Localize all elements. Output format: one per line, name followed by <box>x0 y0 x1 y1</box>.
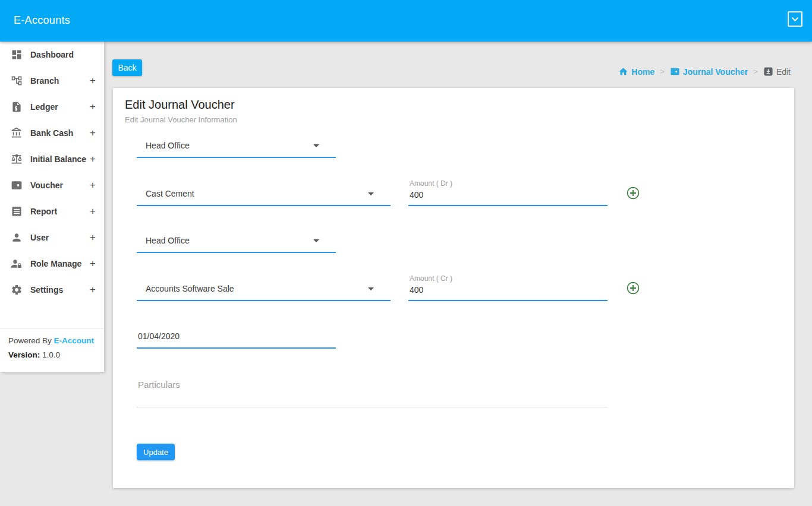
breadcrumb-journal-voucher[interactable]: Journal Voucher <box>670 67 748 77</box>
amount-dr-label: Amount ( Dr ) <box>410 179 452 188</box>
breadcrumb-separator: > <box>753 67 758 76</box>
dashboard-icon <box>11 49 23 61</box>
amount-cr-label: Amount ( Cr ) <box>410 274 452 283</box>
sidebar-item-initial-balance[interactable]: Initial Balance + <box>0 146 104 172</box>
sidebar-footer: Powered By E-Account Version: 1.0.0 <box>0 328 104 359</box>
ledger-cr-select[interactable]: Accounts Software Sale <box>137 275 391 301</box>
e-account-link[interactable]: E-Account <box>54 336 95 345</box>
breadcrumb-home[interactable]: Home <box>618 67 654 77</box>
bank-icon <box>11 127 23 139</box>
sidebar-item-user[interactable]: User + <box>0 224 104 251</box>
expand-plus: + <box>90 258 96 270</box>
branch-dr-value: Head Office <box>146 141 190 150</box>
sidebar-item-label: Bank Cash <box>30 128 73 138</box>
sidebar-item-label: Report <box>30 207 57 216</box>
edit-download-icon <box>763 67 773 77</box>
version-label: Version: <box>8 350 40 359</box>
header-dropdown-button[interactable] <box>788 11 802 27</box>
chevron-down-icon <box>313 144 319 147</box>
chevron-down-icon <box>368 192 374 195</box>
page-subtitle: Edit Journal Voucher Information <box>125 115 237 124</box>
breadcrumb-separator: > <box>660 67 665 76</box>
sidebar-item-branch[interactable]: Branch + <box>0 68 104 94</box>
edit-journal-voucher-card: Edit Journal Voucher Edit Journal Vouche… <box>113 88 794 488</box>
report-receipt-icon <box>11 205 23 217</box>
add-credit-row-button[interactable] <box>626 281 640 295</box>
expand-plus: + <box>90 153 96 165</box>
version-line: Version: 1.0.0 <box>8 350 96 359</box>
chevron-down-icon <box>313 239 319 242</box>
sidebar-item-label: User <box>30 233 49 242</box>
voucher-card-icon <box>11 179 23 191</box>
particulars-placeholder: Particulars <box>138 380 180 390</box>
plus-circle-icon <box>626 186 640 200</box>
amount-dr-field[interactable]: Amount ( Dr ) 400 <box>408 170 608 206</box>
sidebar-item-label: Role Manage <box>30 259 81 268</box>
sidebar-item-label: Branch <box>30 76 59 86</box>
breadcrumb: Home > Journal Voucher > Edit <box>618 67 791 77</box>
branch-dr-select[interactable]: Head Office <box>137 132 336 158</box>
voucher-card-icon <box>670 67 680 77</box>
sidebar-item-voucher[interactable]: Voucher + <box>0 172 104 198</box>
expand-plus: + <box>90 75 96 87</box>
powered-by-line: Powered By E-Account <box>8 336 96 345</box>
chevron-down-icon <box>791 15 800 24</box>
ledger-cr-value: Accounts Software Sale <box>146 284 234 293</box>
chevron-down-icon <box>368 287 374 290</box>
sidebar: Dashboard Branch + Ledger + Bank Cash + … <box>0 42 104 372</box>
date-field[interactable]: 01/04/2020 <box>137 322 336 349</box>
sidebar-item-label: Ledger <box>30 102 58 112</box>
sidebar-item-bank-cash[interactable]: Bank Cash + <box>0 120 104 146</box>
branch-cr-select[interactable]: Head Office <box>137 227 336 253</box>
role-person-lock-icon <box>11 258 23 270</box>
amount-cr-value: 400 <box>410 285 423 295</box>
sidebar-item-label: Dashboard <box>30 50 74 59</box>
add-debit-row-button[interactable] <box>626 186 640 200</box>
gear-icon <box>11 284 23 296</box>
ledger-dr-select[interactable]: Cast Cement <box>137 180 391 206</box>
version-value: 1.0.0 <box>42 350 60 359</box>
branch-cr-value: Head Office <box>146 236 190 245</box>
back-button[interactable]: Back <box>112 59 142 76</box>
expand-plus: + <box>90 127 96 139</box>
expand-plus: + <box>90 179 96 191</box>
ledger-dr-value: Cast Cement <box>146 189 194 198</box>
expand-plus: + <box>90 232 96 243</box>
sidebar-item-label: Voucher <box>30 181 63 190</box>
sidebar-item-settings[interactable]: Settings + <box>0 277 104 303</box>
expand-plus: + <box>90 101 96 113</box>
sidebar-item-report[interactable]: Report + <box>0 198 104 224</box>
date-value: 01/04/2020 <box>138 331 180 341</box>
sidebar-item-ledger[interactable]: Ledger + <box>0 94 104 120</box>
user-person-icon <box>11 232 23 243</box>
expand-plus: + <box>90 205 96 217</box>
branch-tree-icon <box>11 75 23 87</box>
sidebar-item-role-manage[interactable]: Role Manage + <box>0 251 104 277</box>
page-title: Edit Journal Voucher <box>125 98 235 112</box>
home-icon <box>618 67 628 77</box>
amount-dr-value: 400 <box>410 190 423 200</box>
ledger-invoice-icon <box>11 101 23 113</box>
breadcrumb-edit-label: Edit <box>776 67 791 77</box>
sidebar-item-label: Initial Balance <box>30 154 86 164</box>
plus-circle-icon <box>626 281 640 295</box>
breadcrumb-edit: Edit <box>763 67 791 77</box>
breadcrumb-home-label: Home <box>631 67 654 77</box>
sidebar-item-label: Settings <box>30 285 63 295</box>
amount-cr-field[interactable]: Amount ( Cr ) 400 <box>408 265 608 301</box>
app-header: E-Accounts <box>0 0 812 42</box>
app-title: E-Accounts <box>14 14 70 27</box>
breadcrumb-journal-voucher-label: Journal Voucher <box>683 67 748 77</box>
sidebar-item-dashboard[interactable]: Dashboard <box>0 42 104 68</box>
powered-by-text: Powered By <box>8 336 52 345</box>
balance-scale-icon <box>11 153 23 165</box>
particulars-field[interactable]: Particulars <box>137 372 608 407</box>
update-button[interactable]: Update <box>137 444 175 460</box>
expand-plus: + <box>90 284 96 296</box>
